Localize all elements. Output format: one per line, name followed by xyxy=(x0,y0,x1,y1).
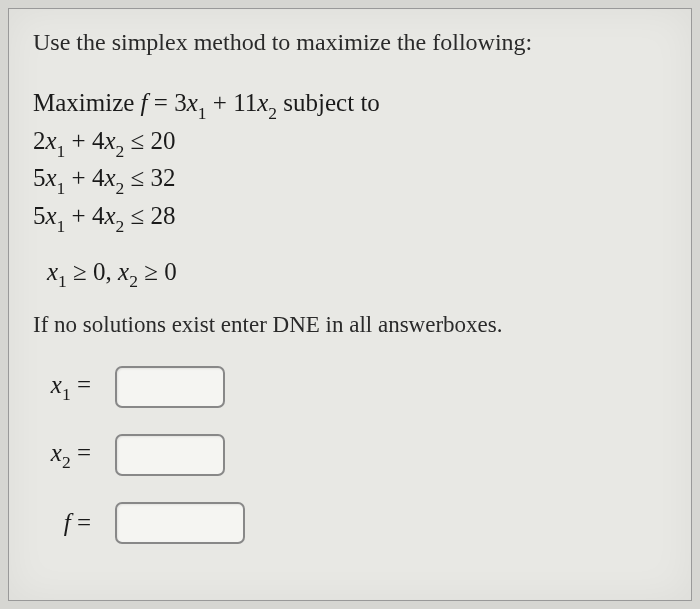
nn-s1: 1 xyxy=(58,271,67,291)
c1-x1: x xyxy=(46,127,57,154)
c3-coef-b: + 4 xyxy=(65,202,104,229)
worksheet-paper: Use the simplex method to maximize the f… xyxy=(8,8,692,601)
nn-x1: x xyxy=(47,258,58,285)
constraint-1: 2x1 + 4x2 ≤ 20 xyxy=(33,124,667,162)
c2-x1: x xyxy=(46,164,57,191)
c3-s1: 1 xyxy=(57,216,66,236)
objective-line: Maximize f = 3x1 + 11x2 subject to xyxy=(33,86,667,124)
dne-note: If no solutions exist enter DNE in all a… xyxy=(33,310,667,340)
nn-ge-0-comma: ≥ 0, xyxy=(67,258,118,285)
c3-s2: 2 xyxy=(116,216,125,236)
c3-x2: x xyxy=(104,202,115,229)
x1-sub: 1 xyxy=(62,384,71,404)
sub-1: 1 xyxy=(198,103,207,123)
x2-var: x xyxy=(51,439,62,466)
x1-eq: = xyxy=(77,371,91,398)
nonnegativity-constraints: x1 ≥ 0, x2 ≥ 0 xyxy=(47,255,667,293)
coef-11: + 11 xyxy=(207,89,258,116)
c3-x1: x xyxy=(46,202,57,229)
nn-x2: x xyxy=(118,258,129,285)
c2-x2: x xyxy=(104,164,115,191)
f-var-label: f xyxy=(64,509,71,536)
x1-var: x xyxy=(51,371,62,398)
problem-statement: Maximize f = 3x1 + 11x2 subject to 2x1 +… xyxy=(33,86,667,237)
nn-ge-0: ≥ 0 xyxy=(138,258,177,285)
x1-input[interactable] xyxy=(115,366,225,408)
c3-rhs: ≤ 28 xyxy=(124,202,175,229)
c1-coef-b: + 4 xyxy=(65,127,104,154)
c2-rhs: ≤ 32 xyxy=(124,164,175,191)
x2-sub: 2 xyxy=(62,452,71,472)
c2-coef-a: 5 xyxy=(33,164,46,191)
f-label: f = xyxy=(47,509,103,537)
constraint-3: 5x1 + 4x2 ≤ 28 xyxy=(33,199,667,237)
eq-sign: = xyxy=(148,89,175,116)
constraint-2: 5x1 + 4x2 ≤ 32 xyxy=(33,161,667,199)
c1-rhs: ≤ 20 xyxy=(124,127,175,154)
c1-coef-a: 2 xyxy=(33,127,46,154)
c2-s2: 2 xyxy=(116,178,125,198)
x2-label: x2 = xyxy=(47,439,103,472)
c1-s2: 2 xyxy=(116,141,125,161)
x1-label: x1 = xyxy=(47,371,103,404)
c1-x2: x xyxy=(104,127,115,154)
answer-row-f: f = xyxy=(33,502,667,544)
nn-s2: 2 xyxy=(129,271,138,291)
c2-coef-b: + 4 xyxy=(65,164,104,191)
c3-coef-a: 5 xyxy=(33,202,46,229)
f-var: f xyxy=(141,89,148,116)
coef-3: 3 xyxy=(174,89,187,116)
f-eq: = xyxy=(77,509,91,536)
x2-eq: = xyxy=(77,439,91,466)
instruction-text: Use the simplex method to maximize the f… xyxy=(33,27,667,58)
sub-2: 2 xyxy=(268,103,277,123)
x2-input[interactable] xyxy=(115,434,225,476)
subject-to: subject to xyxy=(277,89,380,116)
x-var-2: x xyxy=(257,89,268,116)
f-input[interactable] xyxy=(115,502,245,544)
maximize-word: Maximize xyxy=(33,89,141,116)
answer-row-x1: x1 = xyxy=(33,366,667,408)
x-var: x xyxy=(187,89,198,116)
answer-row-x2: x2 = xyxy=(33,434,667,476)
c2-s1: 1 xyxy=(57,178,66,198)
c1-s1: 1 xyxy=(57,141,66,161)
